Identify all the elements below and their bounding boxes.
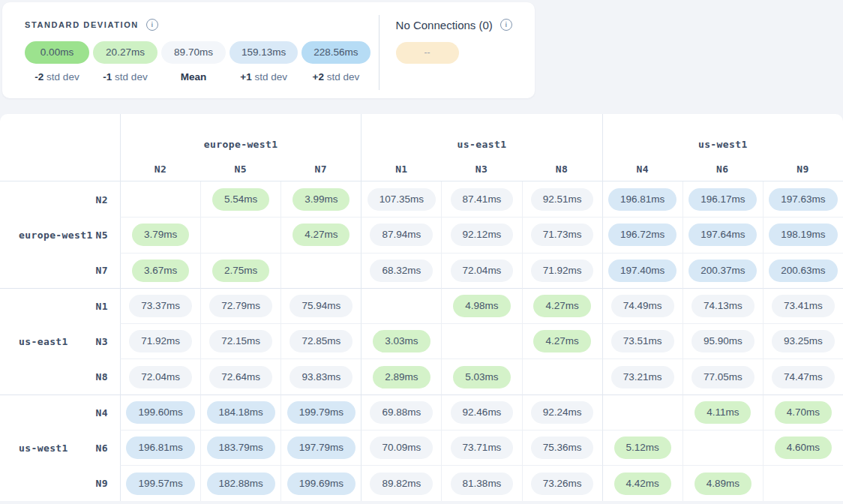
- latency-pill-N7-N2[interactable]: 3.67ms: [132, 260, 189, 282]
- latency-pill-N5-N3[interactable]: 92.12ms: [451, 224, 514, 246]
- row-label-N3: us-east1N3: [0, 323, 120, 358]
- info-icon[interactable]: i: [500, 19, 512, 31]
- latency-pill-N5-N1[interactable]: 87.94ms: [370, 224, 433, 246]
- latency-pill-N2-N3[interactable]: 87.41ms: [451, 188, 514, 211]
- latency-pill-N4-N9[interactable]: 4.70ms: [775, 401, 832, 424]
- legend-scale-pill: 228.56ms: [302, 41, 370, 64]
- cell-N5-N2: 3.79ms: [120, 217, 200, 252]
- latency-pill-N5-N7[interactable]: 4.27ms: [292, 224, 350, 246]
- latency-pill-N9-N7[interactable]: 199.69ms: [287, 472, 356, 495]
- latency-pill-N3-N8[interactable]: 4.27ms: [533, 330, 590, 352]
- latency-pill-N8-N2[interactable]: 72.04ms: [129, 366, 192, 388]
- latency-pill-N6-N3[interactable]: 73.71ms: [451, 436, 514, 459]
- latency-pill-N2-N9[interactable]: 197.63ms: [769, 188, 837, 211]
- latency-pill-N1-N7[interactable]: 75.94ms: [290, 295, 352, 317]
- cell-N6-N2: 196.81ms: [120, 430, 200, 465]
- latency-pill-N4-N3[interactable]: 92.46ms: [451, 401, 514, 424]
- latency-pill-N3-N1[interactable]: 3.03ms: [373, 330, 430, 352]
- latency-pill-N8-N6[interactable]: 77.05ms: [692, 366, 754, 388]
- latency-pill-N3-N6[interactable]: 95.90ms: [692, 330, 754, 352]
- latency-pill-N4-N8[interactable]: 92.24ms: [531, 401, 594, 424]
- cell-N9-N5: 182.88ms: [200, 465, 280, 500]
- latency-pill-N5-N8[interactable]: 71.73ms: [531, 224, 594, 246]
- latency-pill-N9-N2[interactable]: 199.57ms: [126, 472, 194, 495]
- latency-pill-N1-N2[interactable]: 73.37ms: [129, 295, 192, 317]
- latency-pill-N1-N6[interactable]: 74.13ms: [692, 295, 754, 317]
- row-label-N1: N1: [0, 288, 120, 323]
- cell-N3-N1: 3.03ms: [361, 323, 441, 358]
- latency-pill-N3-N4[interactable]: 73.51ms: [611, 330, 674, 352]
- row-node-label-N7: N7: [96, 265, 108, 276]
- cell-N9-N3: 81.38ms: [441, 465, 521, 500]
- cell-N7-N4: 197.40ms: [602, 253, 682, 288]
- std-dev-title-row: STANDARD DEVIATION i: [25, 18, 370, 32]
- latency-pill-N5-N9[interactable]: 198.19ms: [769, 224, 837, 246]
- latency-pill-N8-N1[interactable]: 2.89ms: [373, 366, 430, 388]
- latency-pill-N2-N6[interactable]: 196.17ms: [688, 188, 757, 211]
- latency-pill-N8-N4[interactable]: 73.21ms: [611, 366, 674, 388]
- latency-pill-N6-N8[interactable]: 75.36ms: [531, 436, 594, 459]
- legend-scale-label: +2 std dev: [313, 71, 360, 82]
- latency-pill-N7-N3[interactable]: 72.04ms: [451, 260, 514, 282]
- legend-scale-item: 228.56ms+2 std dev: [302, 41, 370, 82]
- latency-pill-N6-N1[interactable]: 70.09ms: [370, 436, 433, 459]
- latency-pill-N4-N7[interactable]: 199.79ms: [287, 401, 356, 424]
- cell-N6-N3: 73.71ms: [441, 430, 521, 465]
- latency-pill-N2-N7[interactable]: 3.99ms: [292, 188, 350, 211]
- latency-pill-N1-N8[interactable]: 4.27ms: [533, 295, 590, 317]
- latency-pill-N3-N7[interactable]: 72.85ms: [290, 330, 352, 352]
- cell-N6-N9: 4.60ms: [763, 430, 843, 465]
- latency-pill-N9-N5[interactable]: 182.88ms: [207, 472, 275, 495]
- latency-pill-N7-N9[interactable]: 200.63ms: [769, 260, 837, 282]
- latency-pill-N6-N5[interactable]: 183.79ms: [207, 436, 275, 459]
- legend-scale-pill: 20.27ms: [93, 41, 158, 64]
- latency-pill-N8-N5[interactable]: 72.64ms: [209, 366, 272, 388]
- latency-pill-N9-N3[interactable]: 81.38ms: [451, 472, 514, 495]
- no-connections-legend: No Connections (0) i --: [380, 2, 512, 98]
- latency-pill-N8-N3[interactable]: 5.03ms: [453, 366, 510, 388]
- latency-pill-N3-N5[interactable]: 72.15ms: [209, 330, 272, 352]
- cell-N2-N5: 5.54ms: [200, 182, 280, 217]
- latency-pill-N8-N9[interactable]: 74.47ms: [772, 366, 835, 388]
- latency-pill-N3-N9[interactable]: 93.25ms: [772, 330, 835, 352]
- latency-pill-N1-N3[interactable]: 4.98ms: [453, 295, 510, 317]
- cell-N3-N5: 72.15ms: [200, 323, 280, 358]
- latency-pill-N6-N2[interactable]: 196.81ms: [126, 436, 194, 459]
- latency-pill-N9-N8[interactable]: 73.26ms: [531, 472, 594, 495]
- latency-pill-N4-N6[interactable]: 4.11ms: [694, 401, 751, 424]
- latency-pill-N7-N6[interactable]: 200.37ms: [688, 260, 757, 282]
- latency-pill-N7-N5[interactable]: 2.75ms: [212, 260, 269, 282]
- cell-N3-N6: 95.90ms: [682, 323, 763, 358]
- latency-pill-N5-N2[interactable]: 3.79ms: [132, 224, 189, 246]
- latency-pill-N8-N7[interactable]: 93.83ms: [290, 366, 352, 388]
- latency-pill-N1-N5[interactable]: 72.79ms: [209, 295, 272, 317]
- cell-N6-N7: 197.79ms: [280, 430, 361, 465]
- latency-pill-N2-N4[interactable]: 196.81ms: [608, 188, 676, 211]
- latency-pill-N2-N5[interactable]: 5.54ms: [212, 188, 269, 211]
- latency-pill-N2-N8[interactable]: 92.51ms: [531, 188, 594, 211]
- info-icon[interactable]: i: [146, 19, 158, 31]
- latency-pill-N9-N6[interactable]: 4.89ms: [694, 472, 752, 495]
- latency-pill-N6-N9[interactable]: 4.60ms: [775, 436, 832, 459]
- latency-pill-N9-N1[interactable]: 89.82ms: [370, 472, 433, 495]
- cell-N7-N7: [280, 253, 361, 288]
- latency-pill-N1-N4[interactable]: 74.49ms: [611, 295, 674, 317]
- latency-pill-N4-N2[interactable]: 199.60ms: [126, 401, 194, 424]
- cell-N5-N4: 196.72ms: [602, 217, 682, 252]
- latency-pill-N6-N4[interactable]: 5.12ms: [614, 436, 671, 459]
- latency-pill-N4-N5[interactable]: 184.18ms: [207, 401, 275, 424]
- latency-pill-N1-N9[interactable]: 73.41ms: [772, 295, 835, 317]
- latency-pill-N4-N1[interactable]: 69.88ms: [370, 401, 433, 424]
- latency-pill-N7-N8[interactable]: 71.92ms: [531, 260, 594, 282]
- latency-pill-N5-N6[interactable]: 197.64ms: [688, 224, 757, 246]
- latency-pill-N5-N4[interactable]: 196.72ms: [608, 224, 676, 246]
- latency-pill-N9-N4[interactable]: 4.42ms: [614, 472, 671, 495]
- latency-pill-N2-N1[interactable]: 107.35ms: [368, 188, 436, 211]
- latency-pill-N7-N1[interactable]: 68.32ms: [370, 260, 433, 282]
- latency-pill-N3-N2[interactable]: 71.92ms: [129, 330, 192, 352]
- cell-N1-N7: 75.94ms: [280, 288, 361, 323]
- row-node-label-N3: N3: [96, 335, 108, 346]
- col-header-N7: N7: [280, 158, 361, 182]
- latency-pill-N7-N4[interactable]: 197.40ms: [608, 260, 676, 282]
- latency-pill-N6-N7[interactable]: 197.79ms: [287, 436, 356, 459]
